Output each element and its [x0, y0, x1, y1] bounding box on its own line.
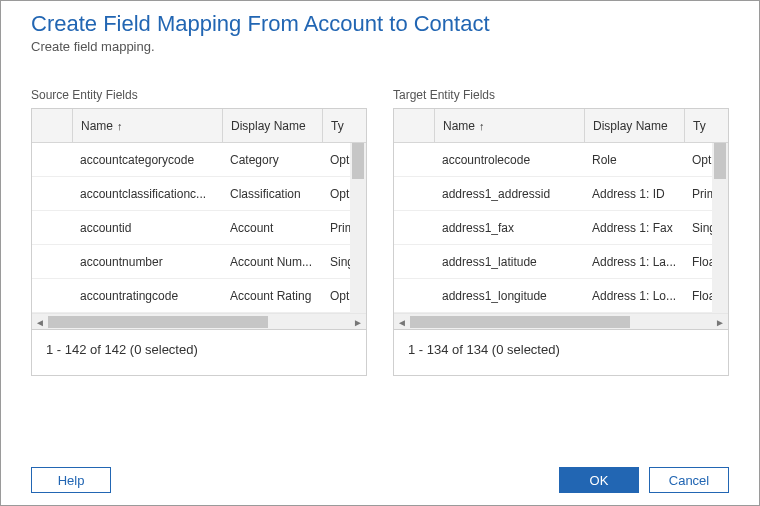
source-hscroll-thumb[interactable] [48, 316, 268, 328]
scroll-left-icon[interactable]: ◄ [32, 314, 48, 330]
table-row[interactable]: address1_longitudeAddress 1: Lo...Float [394, 279, 728, 313]
col-name-label: Name [81, 119, 113, 133]
cell-type: Opti [684, 143, 714, 176]
target-panel: Target Entity Fields Name ↑ Display Name… [393, 88, 729, 376]
cell-display: Account [222, 211, 322, 244]
cell-name: accountcategorycode [72, 143, 222, 176]
row-spacer [32, 177, 72, 210]
cell-type: Prim [684, 177, 714, 210]
source-col-name[interactable]: Name ↑ [72, 109, 222, 142]
target-grid-header: Name ↑ Display Name Ty [394, 109, 728, 143]
target-col-display[interactable]: Display Name [584, 109, 684, 142]
source-grid-header: Name ↑ Display Name Ty [32, 109, 366, 143]
table-row[interactable]: accountnumberAccount Num...Sing [32, 245, 366, 279]
cell-name: address1_addressid [434, 177, 584, 210]
row-spacer [394, 211, 434, 244]
source-col-type[interactable]: Ty [322, 109, 352, 142]
source-panel-title: Source Entity Fields [31, 88, 367, 102]
cancel-button[interactable]: Cancel [649, 467, 729, 493]
cell-type: Float [684, 245, 714, 278]
target-panel-title: Target Entity Fields [393, 88, 729, 102]
target-col-type[interactable]: Ty [684, 109, 714, 142]
target-hscroll-thumb[interactable] [410, 316, 630, 328]
cell-display: Address 1: ID [584, 177, 684, 210]
target-vscroll-thumb[interactable] [714, 143, 726, 179]
page-subtitle: Create field mapping. [31, 39, 729, 54]
source-grid: Name ↑ Display Name Ty accountcategoryco… [31, 108, 367, 330]
source-panel: Source Entity Fields Name ↑ Display Name… [31, 88, 367, 376]
cell-name: accountid [72, 211, 222, 244]
page-title: Create Field Mapping From Account to Con… [31, 11, 729, 37]
source-hscrollbar[interactable]: ◄ ► [32, 313, 366, 329]
cell-name: address1_longitude [434, 279, 584, 312]
cell-display: Address 1: Fax [584, 211, 684, 244]
help-button[interactable]: Help [31, 467, 111, 493]
ok-button[interactable]: OK [559, 467, 639, 493]
row-spacer [32, 279, 72, 312]
cell-name: address1_latitude [434, 245, 584, 278]
source-col-display[interactable]: Display Name [222, 109, 322, 142]
source-vscrollbar[interactable] [350, 143, 366, 313]
scroll-left-icon[interactable]: ◄ [394, 314, 410, 330]
cell-type: Prim [322, 211, 352, 244]
cell-display: Address 1: Lo... [584, 279, 684, 312]
cell-type: Opti [322, 177, 352, 210]
cell-type: Float [684, 279, 714, 312]
table-row[interactable]: address1_addressidAddress 1: IDPrim [394, 177, 728, 211]
cell-name: accountclassificationc... [72, 177, 222, 210]
table-row[interactable]: address1_faxAddress 1: FaxSing [394, 211, 728, 245]
scroll-right-icon[interactable]: ► [350, 314, 366, 330]
target-grid-body[interactable]: accountrolecodeRoleOptiaddress1_addressi… [394, 143, 728, 313]
cell-name: accountratingcode [72, 279, 222, 312]
cell-display: Role [584, 143, 684, 176]
cell-name: address1_fax [434, 211, 584, 244]
source-vscroll-thumb[interactable] [352, 143, 364, 179]
target-col-spacer[interactable] [394, 109, 434, 142]
cell-display: Category [222, 143, 322, 176]
table-row[interactable]: accountcategorycodeCategoryOpti [32, 143, 366, 177]
target-hscrollbar[interactable]: ◄ ► [394, 313, 728, 329]
col-name-label: Name [443, 119, 475, 133]
table-row[interactable]: accountclassificationc...ClassificationO… [32, 177, 366, 211]
table-row[interactable]: address1_latitudeAddress 1: La...Float [394, 245, 728, 279]
cell-type: Opti [322, 143, 352, 176]
cell-display: Address 1: La... [584, 245, 684, 278]
row-spacer [394, 177, 434, 210]
row-spacer [394, 245, 434, 278]
row-spacer [394, 279, 434, 312]
cell-name: accountnumber [72, 245, 222, 278]
row-spacer [32, 143, 72, 176]
row-spacer [32, 245, 72, 278]
cell-display: Account Num... [222, 245, 322, 278]
source-status: 1 - 142 of 142 (0 selected) [31, 330, 367, 376]
cell-display: Classification [222, 177, 322, 210]
table-row[interactable]: accountratingcodeAccount RatingOpti [32, 279, 366, 313]
cell-type: Sing [322, 245, 352, 278]
scroll-right-icon[interactable]: ► [712, 314, 728, 330]
target-col-name[interactable]: Name ↑ [434, 109, 584, 142]
cell-type: Sing [684, 211, 714, 244]
source-grid-body[interactable]: accountcategorycodeCategoryOptiaccountcl… [32, 143, 366, 313]
row-spacer [394, 143, 434, 176]
row-spacer [32, 211, 72, 244]
cell-display: Account Rating [222, 279, 322, 312]
cell-name: accountrolecode [434, 143, 584, 176]
target-grid: Name ↑ Display Name Ty accountrolecodeRo… [393, 108, 729, 330]
table-row[interactable]: accountrolecodeRoleOpti [394, 143, 728, 177]
footer: Help OK Cancel [1, 455, 759, 505]
target-vscrollbar[interactable] [712, 143, 728, 313]
table-row[interactable]: accountidAccountPrim [32, 211, 366, 245]
sort-asc-icon: ↑ [117, 120, 123, 132]
cell-type: Opti [322, 279, 352, 312]
source-col-spacer[interactable] [32, 109, 72, 142]
target-status: 1 - 134 of 134 (0 selected) [393, 330, 729, 376]
sort-asc-icon: ↑ [479, 120, 485, 132]
